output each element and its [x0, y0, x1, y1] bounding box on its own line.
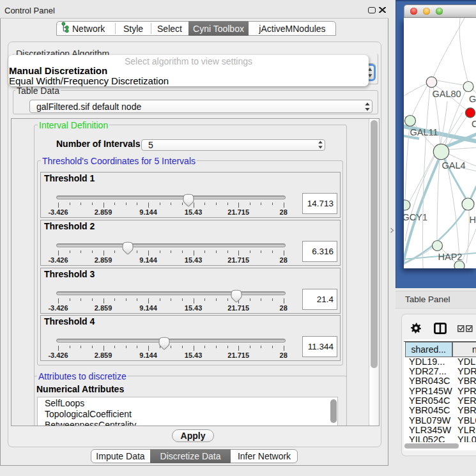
svg-text:HAP2: HAP2: [438, 252, 463, 262]
svg-text:GAL11: GAL11: [410, 127, 438, 137]
svg-text:H: H: [470, 215, 476, 225]
svg-text:C: C: [472, 119, 476, 129]
svg-text:GCY1: GCY1: [404, 212, 427, 222]
svg-text:GAL4: GAL4: [442, 160, 466, 171]
svg-text:GAL80: GAL80: [433, 89, 461, 99]
svg-text:GA: GA: [469, 94, 476, 104]
